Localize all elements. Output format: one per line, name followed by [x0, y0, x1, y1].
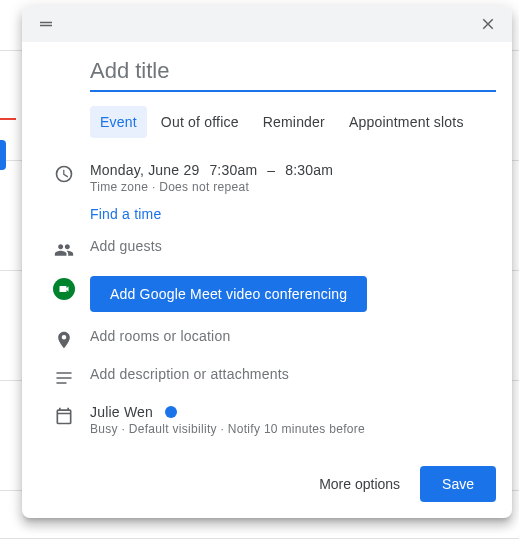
event-date[interactable]: Monday, June 29: [90, 162, 199, 178]
spacer: [38, 206, 90, 208]
add-guests-field[interactable]: Add guests: [90, 238, 162, 254]
datetime-row: Monday, June 29 7:30am – 8:30am Time zon…: [38, 162, 496, 194]
find-time-link[interactable]: Find a time: [90, 206, 161, 222]
datetime-subtext[interactable]: Time zone · Does not repeat: [90, 180, 496, 194]
event-block-fragment: [0, 140, 6, 170]
calendar-icon: [38, 404, 90, 426]
current-time-indicator: [0, 118, 16, 120]
event-end-time[interactable]: 8:30am: [285, 162, 333, 178]
tab-event[interactable]: Event: [90, 106, 147, 138]
owner-name: Julie Wen: [90, 404, 153, 420]
owner-content[interactable]: Julie Wen Busy · Default visibility · No…: [90, 404, 496, 436]
tab-reminder[interactable]: Reminder: [253, 106, 335, 138]
more-options-button[interactable]: More options: [319, 476, 400, 492]
location-icon: [38, 328, 90, 350]
close-icon[interactable]: [474, 10, 502, 38]
owner-color-dot[interactable]: [165, 406, 177, 418]
tab-appointment-slots[interactable]: Appointment slots: [339, 106, 474, 138]
dialog-body: Event Out of office Reminder Appointment…: [22, 42, 512, 452]
find-time-row: Find a time: [38, 206, 496, 222]
location-row: Add rooms or location: [38, 328, 496, 350]
dash: –: [267, 162, 275, 178]
guests-row: Add guests: [38, 238, 496, 260]
clock-icon: [38, 162, 90, 184]
title-input[interactable]: [90, 54, 496, 92]
datetime-content[interactable]: Monday, June 29 7:30am – 8:30am Time zon…: [90, 162, 496, 194]
grid-line: [0, 538, 519, 539]
add-meet-button[interactable]: Add Google Meet video conferencing: [90, 276, 367, 312]
drag-handle-icon[interactable]: [32, 10, 60, 38]
add-location-field[interactable]: Add rooms or location: [90, 328, 230, 344]
add-description-field[interactable]: Add description or attachments: [90, 366, 289, 382]
description-row: Add description or attachments: [38, 366, 496, 388]
people-icon: [38, 238, 90, 260]
event-start-time[interactable]: 7:30am: [209, 162, 257, 178]
meet-row: Add Google Meet video conferencing: [38, 276, 496, 312]
event-type-tabs: Event Out of office Reminder Appointment…: [90, 106, 496, 138]
dialog-footer: More options Save: [22, 452, 512, 518]
meet-icon: [38, 276, 90, 300]
event-create-dialog: Event Out of office Reminder Appointment…: [22, 6, 512, 518]
dialog-header: [22, 6, 512, 42]
owner-subtext: Busy · Default visibility · Notify 10 mi…: [90, 422, 496, 436]
tab-out-of-office[interactable]: Out of office: [151, 106, 249, 138]
save-button[interactable]: Save: [420, 466, 496, 502]
calendar-owner-row: Julie Wen Busy · Default visibility · No…: [38, 404, 496, 436]
description-icon: [38, 366, 90, 388]
